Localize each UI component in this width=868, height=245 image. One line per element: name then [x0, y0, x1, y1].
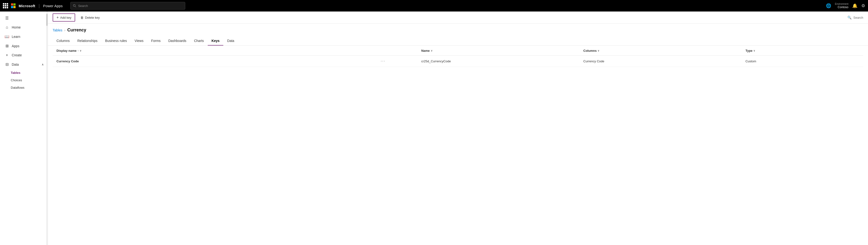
search-icon	[73, 4, 76, 7]
brand-divider: |	[38, 3, 40, 8]
global-search-box[interactable]	[70, 2, 185, 9]
trash-icon: 🗑	[81, 16, 84, 20]
hamburger-icon: ☰	[4, 16, 9, 20]
chevron-up-icon: ∧	[42, 63, 44, 66]
sidebar: ☰ ⌂ Home 📖 Learn ⊞ Apps + Create ⊟ Data …	[0, 11, 48, 245]
col-header-actions	[377, 46, 417, 56]
sort-down-icon: ∨	[80, 49, 81, 52]
tab-columns[interactable]: Columns	[53, 36, 73, 46]
sort-up-icon: ↑	[78, 49, 79, 52]
name-sort-icon: ∨	[431, 49, 432, 52]
topbar: Microsoft | Power Apps 🌐 Environment Con…	[0, 0, 868, 11]
global-search-input[interactable]	[78, 4, 183, 8]
data-icon: ⊟	[4, 62, 9, 66]
sidebar-item-home[interactable]: ⌂ Home	[0, 23, 48, 32]
sidebar-scrollbar-thumb[interactable]	[46, 14, 48, 26]
app-name: Power Apps	[43, 4, 63, 8]
sidebar-home-label: Home	[12, 25, 21, 29]
tab-data-label: Data	[227, 39, 234, 43]
tab-relationships-label: Relationships	[77, 39, 97, 43]
bell-icon: 🔔	[852, 3, 858, 8]
environment-name: Contoso	[838, 5, 848, 9]
add-key-label: Add key	[60, 16, 71, 20]
breadcrumb: Tables › Currency	[53, 28, 863, 33]
sidebar-create-label: Create	[12, 53, 22, 57]
col-header-display-name[interactable]: Display name ↑ ∨	[53, 46, 377, 56]
delete-key-button[interactable]: 🗑 Delete key	[77, 15, 103, 21]
home-icon: ⌂	[4, 25, 9, 29]
waffle-menu[interactable]	[3, 3, 8, 8]
apps-icon: ⊞	[4, 44, 9, 48]
cell-type: Custom	[742, 56, 863, 67]
sidebar-sub-tables[interactable]: Tables	[0, 69, 48, 77]
environment-icon: 🌐	[826, 3, 831, 8]
toolbar-search[interactable]: 🔍 Search	[847, 16, 863, 20]
tabs: Columns Relationships Business rules Vie…	[48, 36, 868, 46]
sidebar-sub-choices[interactable]: Choices	[0, 77, 48, 84]
tab-views-label: Views	[134, 39, 143, 43]
sidebar-scrollbar-track	[46, 11, 48, 245]
keys-table: Display name ↑ ∨ Name ∨	[53, 46, 863, 67]
cell-row-actions[interactable]: ···	[377, 56, 417, 67]
table-row[interactable]: Currency Code ··· cr25d_CurrencyCode Cur…	[53, 56, 863, 67]
col-header-columns[interactable]: Columns ∨	[580, 46, 742, 56]
tab-business-rules-label: Business rules	[105, 39, 127, 43]
gear-icon: ⚙	[861, 3, 865, 8]
notification-button[interactable]: 🔔	[852, 3, 858, 8]
brand-name: Microsoft	[19, 4, 35, 8]
col-header-name[interactable]: Name ∨	[417, 46, 579, 56]
sidebar-learn-label: Learn	[12, 35, 20, 38]
sidebar-item-apps[interactable]: ⊞ Apps	[0, 41, 48, 51]
sidebar-toggle[interactable]: ☰	[0, 13, 48, 23]
add-key-button[interactable]: + Add key	[53, 13, 75, 22]
toolbar-search-label: Search	[854, 16, 863, 20]
columns-sort-icon: ∨	[597, 49, 599, 52]
sidebar-item-data[interactable]: ⊟ Data ∧	[0, 60, 48, 69]
tab-keys-label: Keys	[212, 39, 219, 43]
tab-business-rules[interactable]: Business rules	[101, 36, 131, 46]
svg-point-0	[73, 4, 75, 6]
name-sort: Name ∨	[421, 49, 432, 53]
settings-button[interactable]: ⚙	[861, 3, 865, 8]
sidebar-apps-label: Apps	[12, 44, 20, 48]
tab-keys[interactable]: Keys	[208, 36, 223, 46]
breadcrumb-separator: ›	[64, 28, 65, 32]
sidebar-data-label: Data	[12, 62, 19, 66]
col-header-type[interactable]: Type ∨	[742, 46, 863, 56]
sidebar-tables-label: Tables	[11, 71, 20, 75]
cell-name: cr25d_CurrencyCode	[417, 56, 579, 67]
environment-label: Environment	[835, 2, 848, 5]
type-sort: Type ∨	[745, 49, 755, 53]
create-icon: +	[4, 53, 9, 57]
columns-sort: Columns ∨	[584, 49, 599, 53]
learn-icon: 📖	[4, 34, 9, 39]
main-layout: ☰ ⌂ Home 📖 Learn ⊞ Apps + Create ⊟ Data …	[0, 11, 868, 245]
delete-key-label: Delete key	[85, 16, 99, 20]
tab-dashboards-label: Dashboards	[168, 39, 186, 43]
tab-views[interactable]: Views	[131, 36, 147, 46]
page-header: Tables › Currency	[48, 24, 868, 36]
environment-button[interactable]: 🌐	[826, 3, 831, 8]
content-area: + Add key 🗑 Delete key 🔍 Search Tables ›…	[48, 11, 868, 245]
table-header: Display name ↑ ∨ Name ∨	[53, 46, 863, 56]
tab-charts-label: Charts	[194, 39, 204, 43]
cell-display-name: Currency Code	[53, 56, 377, 67]
plus-icon: +	[57, 15, 59, 20]
sidebar-item-learn[interactable]: 📖 Learn	[0, 32, 48, 41]
tab-relationships[interactable]: Relationships	[73, 36, 101, 46]
sidebar-sub-dataflows[interactable]: Dataflows	[0, 84, 48, 91]
tab-dashboards[interactable]: Dashboards	[164, 36, 190, 46]
tab-columns-label: Columns	[57, 39, 70, 43]
display-name-sort: Display name ↑ ∨	[57, 49, 81, 53]
tab-charts[interactable]: Charts	[190, 36, 208, 46]
tab-forms-label: Forms	[151, 39, 161, 43]
waffle-icon	[3, 3, 8, 8]
microsoft-logo	[11, 3, 16, 8]
sidebar-dataflows-label: Dataflows	[11, 86, 24, 89]
sidebar-item-create[interactable]: + Create	[0, 51, 48, 60]
environment-selector[interactable]: Environment Contoso	[835, 2, 848, 9]
tab-data[interactable]: Data	[223, 36, 238, 46]
tab-forms[interactable]: Forms	[147, 36, 164, 46]
row-actions-menu[interactable]: ···	[381, 59, 413, 63]
breadcrumb-parent[interactable]: Tables	[53, 28, 62, 32]
